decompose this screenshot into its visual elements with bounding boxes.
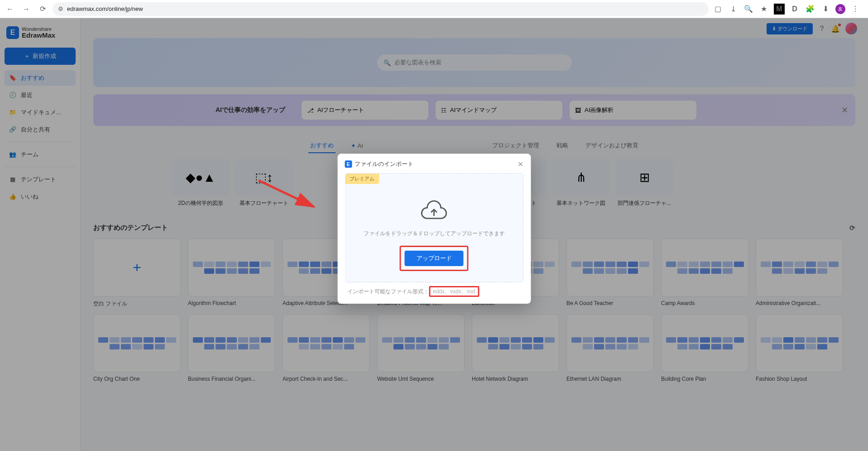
forward-button[interactable]: → — [20, 3, 33, 15]
bookmark-star-icon[interactable]: ★ — [758, 4, 769, 15]
modal-title: ファイルのインポート — [355, 160, 413, 168]
modal-close-icon[interactable]: ✕ — [518, 160, 523, 169]
url-text: edrawmax.com/online/jp/new — [67, 5, 143, 12]
upload-button[interactable]: アップロード — [405, 251, 464, 266]
browser-actions: ▢ ⤓ 🔍 ★ M D 🧩 ⬇ 友 ⋮ — [712, 4, 864, 15]
upload-highlight: アップロード — [400, 246, 469, 271]
logo-small-icon: E — [345, 160, 352, 168]
downloads-icon[interactable]: ⬇ — [820, 4, 831, 15]
formats-line: インポート可能なファイル形式：eddx、vsdx、vsd — [345, 288, 523, 296]
site-info-icon: ⚙ — [58, 5, 63, 12]
install-icon[interactable]: ⤓ — [728, 4, 739, 15]
address-bar[interactable]: ⚙ edrawmax.com/online/jp/new — [53, 2, 709, 16]
back-button[interactable]: ← — [4, 3, 16, 15]
cloud-upload-icon — [421, 199, 448, 220]
formats-highlight: eddx、vsdx、vsd — [429, 286, 479, 297]
browser-toolbar: ← → ⟳ ⚙ edrawmax.com/online/jp/new ▢ ⤓ 🔍… — [0, 0, 868, 18]
extension-d[interactable]: D — [789, 4, 800, 15]
drop-text: ファイルをドラッグ＆ドロップしてアップロードできます — [350, 230, 518, 238]
import-modal: E ファイルのインポート ✕ プレミアム ファイルをドラッグ＆ドロップしてアップ… — [337, 154, 531, 304]
file-dropzone[interactable]: プレミアム ファイルをドラッグ＆ドロップしてアップロードできます アップロード — [345, 173, 523, 282]
premium-badge: プレミアム — [345, 174, 379, 184]
profile-avatar[interactable]: 友 — [835, 4, 845, 14]
modal-header: E ファイルのインポート ✕ — [345, 160, 523, 169]
extension-m[interactable]: M — [774, 4, 785, 15]
extensions-icon[interactable]: 🧩 — [805, 4, 815, 15]
zoom-icon[interactable]: 🔍 — [743, 4, 754, 15]
reload-button[interactable]: ⟳ — [36, 3, 49, 15]
screen-icon[interactable]: ▢ — [712, 4, 723, 15]
browser-menu-icon[interactable]: ⋮ — [850, 4, 861, 15]
